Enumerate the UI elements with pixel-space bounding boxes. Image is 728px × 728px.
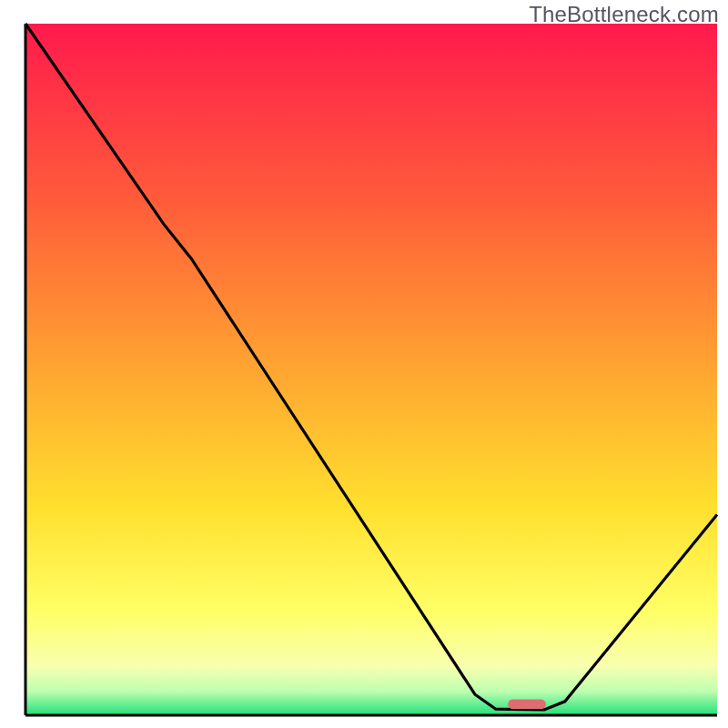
gradient-background — [25, 24, 717, 715]
chart-svg — [0, 0, 728, 728]
chart-container: TheBottleneck.com — [0, 0, 728, 728]
optimal-marker — [508, 700, 546, 710]
